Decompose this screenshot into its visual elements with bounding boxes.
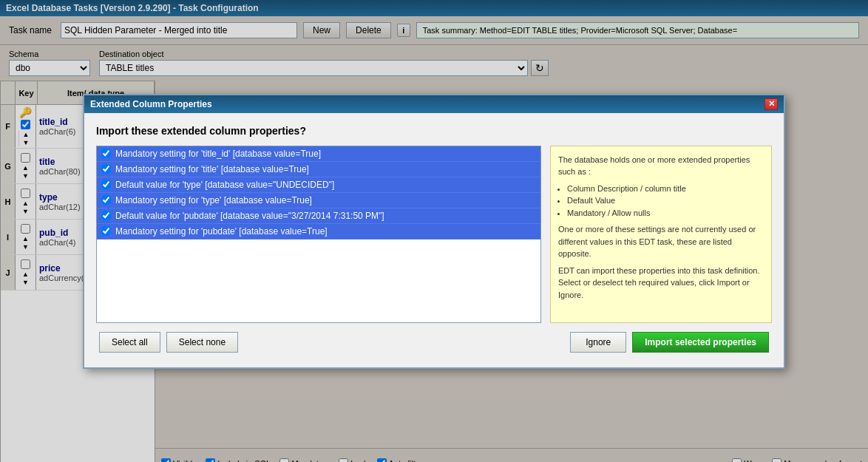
modal-close-button[interactable]: ✕ — [764, 98, 778, 110]
property-checkbox-4[interactable] — [101, 211, 111, 220]
modal-title-bar: Extended Column Properties ✕ — [84, 95, 784, 113]
modal-body: Import these extended column properties?… — [84, 113, 784, 367]
property-checkbox-5[interactable] — [101, 226, 111, 236]
modal-dialog: Extended Column Properties ✕ Import thes… — [83, 94, 785, 369]
modal-footer: Select all Select none Ignore Import sel… — [96, 332, 772, 356]
info-bullet-1: Column Description / column title — [567, 183, 764, 195]
property-text-1: Mandatory setting for 'title' [database … — [115, 164, 309, 174]
info-line3: EDT can import these properties into thi… — [558, 265, 764, 302]
properties-list: Mandatory setting for 'title_id' [databa… — [96, 146, 541, 323]
property-checkbox-3[interactable] — [101, 195, 111, 205]
list-item: Default value for 'type' [database value… — [97, 177, 540, 193]
info-bullet-2: Default Value — [567, 194, 764, 207]
info-panel: The database holds one or more extended … — [550, 146, 772, 323]
select-none-button[interactable]: Select none — [166, 332, 238, 353]
info-line1: The database holds one or more extended … — [558, 154, 764, 178]
select-all-button[interactable]: Select all — [99, 332, 160, 353]
list-item: Mandatory setting for 'type' [database v… — [97, 193, 540, 208]
info-bullets: Column Description / column title Defaul… — [567, 183, 764, 220]
info-line2: One or more of these settings are not cu… — [558, 223, 764, 260]
property-checkbox-2[interactable] — [101, 180, 111, 189]
info-bullet-3: Mandatory / Allow nulls — [567, 207, 764, 220]
property-text-4: Default value for 'pubdate' [database va… — [115, 211, 384, 221]
modal-title: Extended Column Properties — [90, 99, 212, 109]
list-item: Default value for 'pubdate' [database va… — [97, 208, 540, 224]
property-text-3: Mandatory setting for 'type' [database v… — [115, 195, 312, 205]
modal-question: Import these extended column properties? — [96, 125, 772, 137]
footer-left: Select all Select none — [99, 332, 238, 353]
property-checkbox-0[interactable] — [101, 149, 111, 158]
modal-main-row: Mandatory setting for 'title_id' [databa… — [96, 146, 772, 323]
list-item: Mandatory setting for 'title' [database … — [97, 162, 540, 177]
property-text-2: Default value for 'type' [database value… — [115, 180, 334, 190]
list-item: Mandatory setting for 'title_id' [databa… — [97, 146, 540, 162]
property-checkbox-1[interactable] — [101, 164, 111, 174]
import-button[interactable]: Import selected properties — [632, 332, 769, 353]
property-text-0: Mandatory setting for 'title_id' [databa… — [115, 149, 321, 159]
property-text-5: Mandatory setting for 'pubdate' [databas… — [115, 226, 328, 237]
list-item: Mandatory setting for 'pubdate' [databas… — [97, 224, 540, 240]
ignore-button[interactable]: Ignore — [570, 332, 626, 353]
footer-right: Ignore Import selected properties — [570, 332, 769, 353]
modal-overlay: Extended Column Properties ✕ Import thes… — [0, 0, 868, 462]
app-window: Excel Database Tasks [Version 2.9.290] -… — [0, 0, 868, 462]
